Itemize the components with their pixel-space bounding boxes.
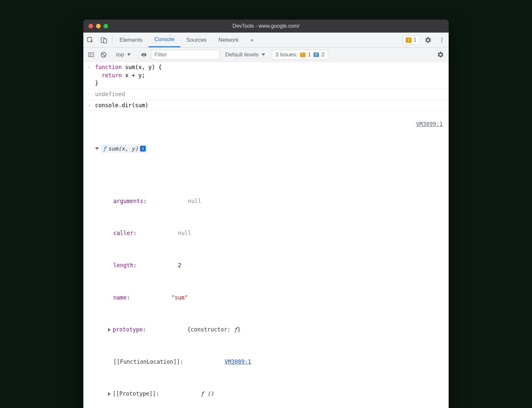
window-close-button[interactable] (89, 24, 93, 28)
property-row[interactable]: prototype: {constructor: ƒ} (108, 322, 445, 338)
source-link[interactable]: VM3099:1 (416, 120, 443, 128)
svg-rect-2 (104, 39, 106, 43)
main-tabbar: Elements Console Sources Network » 1 (83, 33, 449, 48)
svg-rect-6 (89, 53, 94, 57)
property-row[interactable]: [[FunctionLocation]]: VM3089:1 (108, 354, 445, 370)
prop-key: [[FunctionLocation]]: (113, 358, 183, 366)
prop-key: [[Prototype]]: (113, 390, 159, 398)
log-levels-selector[interactable]: Default levels (223, 50, 268, 59)
show-console-sidebar-icon[interactable] (85, 51, 97, 59)
prop-value: null (178, 229, 191, 237)
warnings-badge[interactable]: 1 (403, 35, 419, 45)
svg-point-5 (441, 41, 442, 42)
prop-key: length: (113, 261, 137, 270)
dropdown-arrow-icon (262, 53, 265, 56)
filter-input-wrapper[interactable] (151, 50, 219, 60)
issues-label: 3 Issues: (275, 51, 298, 58)
console-toolbar: top Default levels 3 Issues: 1 2 (83, 48, 449, 62)
prop-key: arguments: (113, 197, 147, 205)
inspect-element-icon[interactable] (83, 33, 97, 47)
property-row[interactable]: [[Prototype]]: ƒ () (108, 386, 445, 402)
property-row[interactable]: arguments: null (108, 193, 445, 209)
console-log: › function sum(x, y) { return x + y; } ‹… (83, 62, 449, 408)
console-input-row[interactable]: › console.dir(sum) (83, 100, 449, 111)
console-input-row[interactable]: › function sum(x, y) { return x + y; } (83, 62, 449, 89)
svg-point-4 (441, 39, 442, 40)
window-maximize-button[interactable] (104, 24, 108, 28)
prop-key: prototype: (113, 326, 146, 334)
tab-network[interactable]: Network (213, 33, 245, 47)
console-result-row: ‹· undefined (83, 89, 449, 100)
disclosure-triangle-icon[interactable] (108, 328, 111, 332)
live-expression-icon[interactable] (137, 51, 150, 59)
function-preview: ƒ sum(x, y) i (101, 144, 148, 153)
tab-elements[interactable]: Elements (114, 33, 148, 47)
tab-sources[interactable]: Sources (180, 33, 212, 47)
console-output-content: VM3099:1 ƒ sum(x, y) i arguments: null (95, 112, 445, 408)
prop-value: "sum" (171, 294, 188, 302)
console-input-text: function sum(x, y) { return x + y; } (95, 63, 445, 87)
issues-warn-count: 1 (308, 51, 311, 58)
info-icon (314, 52, 319, 57)
input-marker-icon: › (87, 63, 92, 71)
window-title: DevTools - www.google.com/ (83, 23, 449, 29)
console-result-text: undefined (95, 90, 445, 98)
context-label: top (116, 51, 124, 58)
more-options-icon[interactable] (435, 33, 449, 47)
prop-key: name: (113, 294, 130, 302)
window-minimize-button[interactable] (96, 24, 101, 28)
prop-value: {constructor: ƒ} (187, 326, 241, 334)
disclosure-triangle-icon[interactable] (95, 147, 99, 150)
prop-key: caller: (113, 229, 137, 237)
clear-console-icon[interactable] (98, 50, 109, 59)
svg-rect-10 (315, 56, 317, 56)
property-row[interactable]: caller: null (108, 225, 445, 241)
prop-value: ƒ () (201, 390, 214, 398)
tabs-overflow-button[interactable]: » (245, 33, 259, 47)
prop-value: 2 (178, 261, 181, 270)
function-signature: sum(x, y) (108, 145, 138, 153)
issues-info-count: 2 (321, 51, 324, 58)
object-header[interactable]: ƒ sum(x, y) i (95, 144, 445, 153)
console-input-text: console.dir(sum) (95, 101, 445, 109)
property-row[interactable]: name: "sum" (108, 289, 445, 305)
svg-rect-8 (315, 53, 318, 54)
dropdown-arrow-icon (127, 53, 131, 56)
svg-rect-9 (315, 54, 318, 55)
settings-icon[interactable] (421, 33, 435, 47)
result-marker-icon: ‹· (87, 90, 92, 98)
device-toolbar-icon[interactable] (97, 33, 111, 47)
warnings-count: 1 (413, 37, 416, 43)
devtools-window: DevTools - www.google.com/ Elements Cons… (83, 20, 449, 408)
issues-pill[interactable]: 3 Issues: 1 2 (272, 50, 328, 60)
function-location-link[interactable]: VM3089:1 (225, 358, 251, 366)
svg-point-3 (441, 37, 442, 38)
separator (112, 35, 112, 45)
context-selector[interactable]: top (114, 50, 133, 59)
warning-icon (406, 37, 412, 43)
traffic-lights (89, 24, 108, 28)
disclosure-triangle-icon[interactable] (108, 392, 111, 396)
input-marker-icon: › (87, 101, 92, 109)
tab-console[interactable]: Console (148, 33, 180, 47)
log-levels-label: Default levels (225, 51, 259, 58)
info-icon[interactable]: i (140, 146, 146, 152)
function-f-icon: ƒ (103, 145, 106, 153)
console-settings-icon[interactable] (434, 50, 447, 60)
console-output-row: VM3099:1 ƒ sum(x, y) i arguments: null (83, 111, 449, 408)
warning-icon (300, 52, 305, 57)
prop-value: null (188, 197, 201, 205)
filter-input[interactable] (155, 51, 203, 58)
titlebar: DevTools - www.google.com/ (83, 20, 449, 33)
blank-gutter (87, 112, 92, 113)
property-row[interactable]: length: 2 (108, 257, 445, 273)
